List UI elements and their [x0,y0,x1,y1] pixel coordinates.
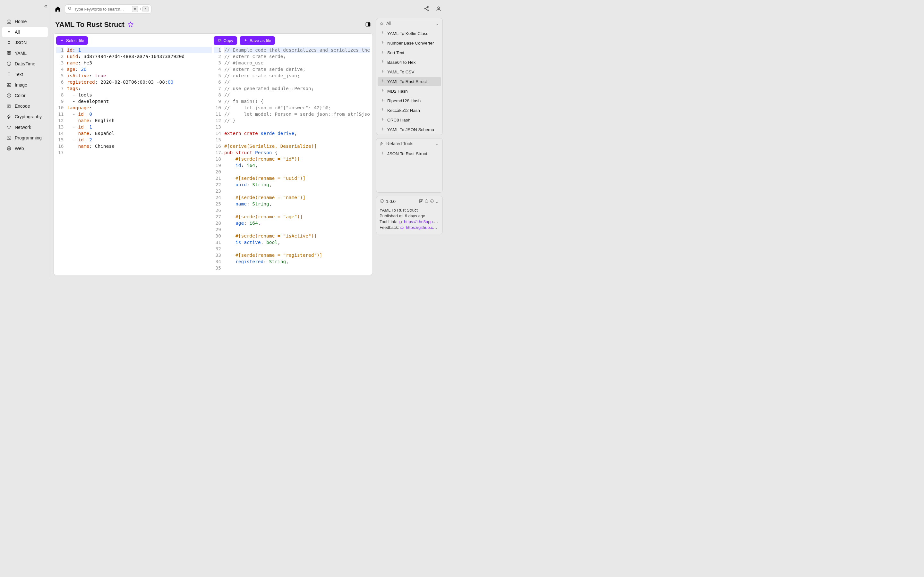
sidebar-collapse-button[interactable]: « [44,3,47,9]
sidebar-item-network[interactable]: Network [2,122,48,132]
pin-icon [381,60,384,65]
home-icon[interactable] [55,6,61,12]
tool-item-sort-text[interactable]: Sort Text [378,48,441,57]
save-as-file-button[interactable]: Save as file [240,36,275,45]
pin-icon [381,89,384,93]
svg-line-23 [425,7,427,8]
svg-rect-48 [422,199,423,201]
tool-item-number-base-converter[interactable]: Number Base Converter [378,39,441,48]
sidebar-item-cryptography[interactable]: Cryptography [2,111,48,122]
sidebar-item-color[interactable]: Color [2,90,48,101]
tool-item-label: Number Base Converter [387,41,434,45]
tool-item-base64-to-hex[interactable]: Base64 to Hex [378,58,441,67]
chat-icon [400,226,404,230]
input-pane: Select file 1234567891011121314151617 id… [56,36,212,272]
tool-item-md2-hash[interactable]: MD2 Hash [378,87,441,96]
image-icon [6,82,11,87]
pin-icon [381,50,384,55]
svg-rect-2 [9,52,11,53]
svg-rect-14 [7,136,11,140]
info-tool-link: Tool Link: https://t.he3app.co… [380,219,439,224]
favorite-star-icon[interactable] [128,21,134,28]
tool-item-label: Sort Text [387,50,404,55]
sidebar-item-web[interactable]: Web [2,143,48,153]
tool-item-crc8-hash[interactable]: CRC8 Hash [378,115,441,125]
tool-link[interactable]: https://t.he3app.co… [404,219,439,224]
svg-rect-4 [9,53,11,55]
tool-item-label: MD2 Hash [387,89,408,93]
svg-rect-30 [219,40,221,42]
info-icon [380,199,384,204]
all-tools-header[interactable]: All ⌄ [376,18,443,29]
tool-item-ripemd128-hash[interactable]: Ripemd128 Hash [378,96,441,105]
panel-toggle-icon[interactable] [365,21,371,28]
globe-icon[interactable] [425,199,429,204]
sidebar-item-date-time[interactable]: Date/Time [2,59,48,69]
title-row: YAML To Rust Struct [53,18,373,33]
search-icon [68,6,72,12]
sidebar-item-image[interactable]: Image [2,80,48,90]
related-tools-header[interactable]: Related Tools ⌄ [376,139,443,149]
encode-icon [6,103,11,109]
output-editor[interactable]: 1234567891011121314151617181920212223242… [214,47,370,272]
page-title: YAML To Rust Struct [55,21,124,29]
chevron-down-icon: ⌄ [435,21,439,26]
tool-item-yaml-to-json-schema[interactable]: YAML To JSON Schema [378,125,441,134]
sidebar-item-encode[interactable]: Encode [2,101,48,111]
all-tools-panel: All ⌄ YAML To Kotlin ClassNumber Base Co… [376,18,443,135]
sidebar-item-label: Network [15,125,31,130]
pin-icon [381,118,384,122]
pin-icon [381,31,384,36]
svg-rect-1 [7,52,9,53]
sidebar-item-text[interactable]: Text [2,69,48,79]
qr-icon[interactable] [419,199,423,204]
sidebar-item-label: Date/Time [15,61,35,66]
svg-rect-12 [7,105,11,107]
clock-icon [6,61,11,66]
tool-item-yaml-to-kotlin-class[interactable]: YAML To Kotlin Class [378,29,441,38]
sidebar-item-label: Cryptography [15,114,42,119]
svg-rect-29 [368,23,370,26]
topbar: ⌘ + K [50,0,446,18]
search-input[interactable] [74,7,130,11]
sidebar-item-yaml[interactable]: YAML [2,48,48,58]
sidebar-item-json[interactable]: JSON [2,37,48,48]
user-icon[interactable] [436,6,441,13]
globe-icon [6,146,11,151]
related-item-json-to-rust-struct[interactable]: JSON To Rust Struct [378,149,441,158]
select-file-button[interactable]: Select file [56,36,88,45]
bolt-icon [6,114,11,119]
chevron-down-icon[interactable]: ⌄ [435,199,439,204]
terminal-icon [6,135,11,140]
sidebar-item-label: YAML [15,51,27,56]
output-pane: Copy Save as file 1234567891011121314151… [214,36,370,272]
svg-line-24 [425,9,427,10]
check-icon[interactable] [430,199,434,204]
sidebar-item-programming[interactable]: Programming [2,133,48,143]
input-editor[interactable]: 1234567891011121314151617 id: 1uuid: 3d8… [56,47,212,272]
share-icon[interactable] [423,6,429,13]
copy-button[interactable]: Copy [214,36,237,45]
tool-item-label: CRC8 Hash [387,118,410,122]
tool-item-yaml-to-csv[interactable]: YAML To CSV [378,67,441,77]
sidebar-item-label: All [15,29,20,35]
sidebar-item-label: Text [15,72,23,77]
chevron-down-icon: ⌄ [435,141,439,146]
tool-icon [380,142,384,146]
text-icon [6,72,11,77]
svg-marker-26 [128,22,133,27]
sidebar-item-all[interactable]: All [2,27,48,37]
svg-point-54 [431,199,434,203]
sidebar-item-label: Programming [15,135,42,140]
feedback-link[interactable]: https://github.com/… [406,225,439,230]
svg-rect-50 [422,201,422,202]
svg-rect-3 [7,53,9,55]
sidebar-item-home[interactable]: Home [2,16,48,27]
sidebar-item-label: Color [15,93,25,98]
plug-icon [6,40,11,45]
tool-item-label: Keccak512 Hash [387,108,420,113]
tool-item-yaml-to-rust-struct[interactable]: YAML To Rust Struct [378,77,441,86]
tool-item-keccak512-hash[interactable]: Keccak512 Hash [378,106,441,115]
info-tool-name: YAML To Rust Struct [380,208,439,213]
search-box[interactable]: ⌘ + K [65,5,152,14]
